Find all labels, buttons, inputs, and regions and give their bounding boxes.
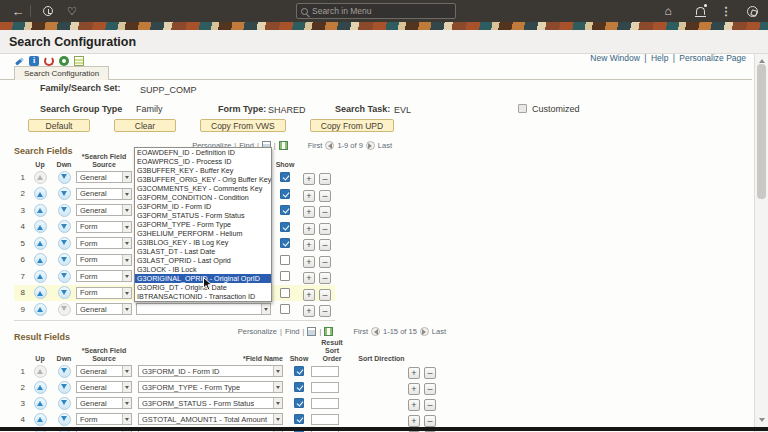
home-icon[interactable]: ⌂ [658, 0, 678, 22]
add-row-button[interactable]: + [303, 272, 315, 284]
search-field-source-select[interactable]: General [76, 171, 132, 183]
actions-menu-icon[interactable]: ⋮ [718, 0, 734, 22]
show-checkbox[interactable] [280, 172, 290, 182]
tab-search-configuration[interactable]: Search Configuration [14, 66, 109, 80]
add-row-button[interactable]: + [303, 173, 315, 185]
move-down-button[interactable] [58, 187, 71, 200]
first-link[interactable]: First [308, 141, 323, 150]
view-all-icon[interactable] [307, 327, 316, 336]
move-up-button[interactable] [34, 171, 47, 184]
add-row-button[interactable]: + [303, 223, 315, 235]
delete-row-button[interactable]: – [319, 223, 331, 235]
dropdown-option[interactable]: G3FORM_ID - Form ID [135, 202, 271, 211]
move-down-button[interactable] [58, 365, 71, 378]
move-down-button[interactable] [58, 171, 71, 184]
global-search[interactable] [296, 3, 456, 19]
field-name-select[interactable]: G3FORM_ID - Form ID [138, 365, 283, 377]
gear-icon[interactable] [59, 56, 69, 66]
search-field-source-select[interactable]: General [76, 397, 132, 409]
delete-row-button[interactable]: – [319, 272, 331, 284]
search-field-source-select[interactable]: General [76, 381, 132, 393]
field-name-select[interactable]: G3FORM_TYPE - Form Type [138, 381, 283, 393]
result-sort-order-input[interactable] [311, 382, 339, 393]
add-row-button[interactable]: + [303, 239, 315, 251]
move-up-button[interactable] [34, 187, 47, 200]
result-sort-order-input[interactable] [311, 414, 339, 425]
show-checkbox[interactable] [280, 238, 290, 248]
navbar-icon[interactable] [742, 0, 762, 22]
result-sort-order-input[interactable] [311, 366, 339, 377]
add-row-button[interactable]: + [303, 190, 315, 202]
next-icon[interactable] [366, 141, 375, 150]
last-link[interactable]: Last [378, 141, 392, 150]
vertical-scrollbar[interactable] [754, 54, 768, 432]
search-field-source-select[interactable]: General [76, 365, 132, 377]
search-field-source-select[interactable]: Form [76, 413, 132, 425]
search-field-source-select[interactable]: Form [76, 237, 132, 249]
clear-button[interactable]: Clear [114, 119, 176, 132]
move-down-button[interactable] [58, 253, 71, 266]
search-field-source-select[interactable]: Form [76, 254, 132, 266]
move-up-button[interactable] [34, 270, 47, 283]
field-name-select[interactable] [136, 303, 271, 315]
new-window-link[interactable]: New Window [590, 53, 640, 63]
move-up-button[interactable] [34, 303, 47, 316]
scroll-down-icon[interactable] [759, 418, 765, 425]
delete-row-button[interactable]: – [319, 305, 331, 317]
show-checkbox[interactable] [294, 398, 304, 408]
search-field-source-select[interactable]: Form [76, 287, 132, 299]
first-link[interactable]: First [353, 327, 368, 336]
move-up-button[interactable] [34, 381, 47, 394]
dropdown-option[interactable]: G3HELIUM_PERFORM - Helium [135, 229, 271, 238]
customized-checkbox[interactable] [518, 104, 527, 113]
sheet-icon[interactable] [74, 56, 84, 66]
show-checkbox[interactable] [280, 205, 290, 215]
scroll-up-icon[interactable] [759, 56, 765, 63]
search-field-source-select[interactable]: Form [76, 221, 132, 233]
move-up-button[interactable] [34, 413, 47, 426]
show-checkbox[interactable] [294, 382, 304, 392]
delete-row-button[interactable]: – [319, 239, 331, 251]
show-checkbox[interactable] [280, 271, 290, 281]
search-field-source-select[interactable]: General [76, 188, 132, 200]
move-down-button[interactable] [58, 286, 71, 299]
show-checkbox[interactable] [280, 189, 290, 199]
back-icon[interactable]: ← [8, 0, 28, 22]
move-down-button[interactable] [58, 397, 71, 410]
refresh-icon[interactable] [44, 56, 54, 66]
delete-row-button[interactable]: – [319, 289, 331, 301]
show-checkbox[interactable] [280, 288, 290, 298]
download-icon[interactable] [324, 327, 333, 336]
show-checkbox[interactable] [280, 222, 290, 232]
find-link[interactable]: Find [285, 327, 300, 336]
dropdown-option[interactable]: G3BUFFER_ORIG_KEY - Orig Buffer Key [135, 175, 271, 184]
move-down-button[interactable] [58, 381, 71, 394]
search-field-source-select[interactable]: General [76, 204, 132, 216]
next-icon[interactable] [420, 327, 429, 336]
last-link[interactable]: Last [432, 327, 446, 336]
show-checkbox[interactable] [280, 255, 290, 265]
field-name-select[interactable]: GSTOTAL_AMOUNT1 - Total Amount [138, 413, 283, 425]
dropdown-option[interactable]: G3FORM_TYPE - Form Type [135, 220, 271, 229]
scrollbar-thumb[interactable] [757, 64, 766, 199]
search-input[interactable] [312, 6, 442, 16]
field-name-select[interactable]: G3FORM_STATUS - Form Status [138, 397, 283, 409]
add-row-button[interactable]: + [303, 289, 315, 301]
help-link[interactable]: Help [651, 53, 668, 63]
dropdown-option[interactable]: EOAWPRCS_ID - Process ID [135, 157, 271, 166]
notifications-icon[interactable] [690, 0, 710, 22]
dropdown-option[interactable]: G3BUFFER_KEY - Buffer Key [135, 166, 271, 175]
move-up-button[interactable] [34, 365, 47, 378]
move-down-button[interactable] [58, 270, 71, 283]
dropdown-option[interactable]: EOAWDEFN_ID - Definition ID [135, 148, 271, 157]
move-down-button[interactable] [58, 303, 71, 316]
search-field-source-select[interactable]: Form [76, 270, 132, 282]
show-checkbox[interactable] [280, 304, 290, 314]
copy-from-upd-button[interactable]: Copy From UPD [310, 119, 394, 132]
previous-icon[interactable] [325, 141, 334, 150]
delete-row-button[interactable]: – [319, 206, 331, 218]
recent-places-icon[interactable] [38, 0, 58, 22]
favorites-icon[interactable]: ♡ [62, 0, 82, 22]
copy-from-vws-button[interactable]: Copy From VWS [200, 119, 286, 132]
delete-row-button[interactable]: – [319, 173, 331, 185]
